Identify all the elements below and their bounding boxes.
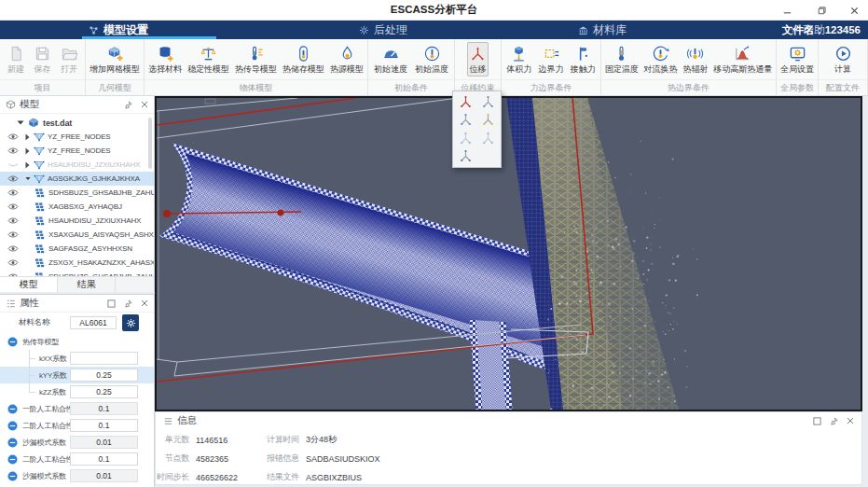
property-value-input[interactable]: 0.1 — [70, 419, 138, 432]
tree-item[interactable]: XSAXGAUS_AISYAQSH_ASHX — [0, 228, 154, 242]
eye-icon[interactable] — [7, 216, 19, 225]
toolbar-group-label: 热边界条件 — [601, 79, 777, 95]
property-value-input[interactable]: 0.01 — [70, 469, 138, 482]
pin-icon[interactable] — [124, 299, 132, 308]
toolbar-group-6: 固定温度对流换热热辐射移动高斯热通量 — [601, 39, 777, 79]
toolbar-button-new-file[interactable]: 新建 — [6, 42, 27, 77]
eye-icon[interactable] — [7, 174, 19, 183]
tree-item[interactable]: YZ_FREE_NODES — [0, 130, 154, 144]
eye-icon[interactable] — [7, 202, 19, 211]
pin-icon[interactable] — [124, 101, 132, 109]
caret-icon[interactable] — [25, 133, 31, 141]
toolbar-button-save[interactable]: 保存 — [32, 42, 53, 77]
toolbar-group-label: 几何模型 — [86, 79, 145, 95]
material-name-input[interactable]: AL6061 — [70, 316, 117, 329]
menu-tab-0[interactable]: 模型设置 — [82, 21, 216, 39]
toolbar-button-global-settings[interactable]: 全局设置 — [778, 42, 816, 77]
property-value-input[interactable]: 0.25 — [70, 385, 138, 398]
toolbar-button-contact-force[interactable]: 接触力 — [569, 42, 598, 77]
toolbar-button-material[interactable]: 选择材料 — [146, 42, 184, 77]
tripod-arrow-icon[interactable] — [459, 149, 473, 163]
tripod-light2-icon[interactable] — [481, 132, 495, 146]
minimize-button[interactable] — [780, 4, 793, 17]
boundary-force-icon — [543, 45, 560, 63]
close-panel-icon[interactable] — [141, 101, 148, 108]
tree-item[interactable]: HSAUHDISU_JZXIUXHAHX — [0, 158, 154, 172]
toolbar-button-add-mesh[interactable]: 增加网格模型 — [88, 42, 142, 77]
pin-icon[interactable] — [830, 417, 838, 425]
caret-icon[interactable] — [25, 147, 31, 155]
model-panel-icon — [6, 100, 16, 110]
toolbar-button-radiation[interactable]: 热辐射 — [681, 42, 710, 77]
tree-item[interactable]: AGSGKJKG_GJHKAJKHXA — [0, 172, 154, 186]
viewport-3d[interactable] — [155, 96, 862, 411]
tree-item[interactable]: ZSXGX_HSAKAZNZXK_AHASX — [0, 256, 154, 270]
tree-tab-0[interactable]: 模型 — [0, 277, 58, 292]
property-value-input[interactable]: 0.1 — [70, 452, 138, 466]
eye-icon[interactable] — [7, 188, 19, 197]
property-value-input[interactable]: 0.25 — [70, 369, 138, 382]
tree-item[interactable]: SDHSBUZS_GHSABJHB_ZAHU — [0, 186, 154, 200]
tree-tab-1[interactable]: 结果 — [58, 277, 116, 292]
eye-icon[interactable] — [7, 258, 19, 267]
toolbar-group-label: 物体模型 — [145, 79, 368, 95]
tree-item[interactable]: SAGFASGZ_ASYHHXSN — [0, 242, 154, 256]
tree-item[interactable]: HSAUHDISU_JZXIUXHAHX — [0, 214, 154, 228]
toolbar-button-displacement[interactable]: 位移 — [467, 42, 489, 77]
toolbar-group-7: 全局设置 — [777, 39, 819, 79]
body-force-icon — [510, 45, 528, 63]
property-value-input[interactable]: 0.1 — [70, 402, 138, 415]
toolbar-button-fixed-temp[interactable]: 固定温度 — [603, 42, 641, 77]
properties-panel-title: 属性 — [20, 297, 103, 310]
material-settings-button[interactable] — [122, 314, 139, 331]
toolbar-group-label: 全局参数 — [777, 79, 819, 95]
conduction-icon — [247, 45, 265, 63]
toolbar-button-stability[interactable]: 稳定性模型 — [186, 42, 231, 77]
toolbar-button-convection[interactable]: 对流换热 — [642, 42, 680, 77]
caret-icon[interactable] — [25, 161, 31, 169]
menu-tab-1[interactable]: 后处理 — [352, 21, 446, 39]
property-value-input[interactable] — [70, 352, 138, 365]
tree-item[interactable]: YZ_FREE_NODES — [0, 144, 154, 158]
caret-icon[interactable] — [25, 176, 31, 181]
toolbar-button-heat-source[interactable]: 热源模型 — [328, 42, 365, 77]
tree-item[interactable]: SDHSBUZS_GHSABJHB_ZAHU — [0, 270, 154, 276]
toolbar-button-compute[interactable]: 计算 — [833, 42, 854, 77]
compute-icon — [834, 45, 852, 63]
float-panel-icon[interactable] — [107, 299, 116, 308]
tripod-blue2-icon[interactable] — [459, 113, 473, 127]
tripod-mixed-icon[interactable] — [481, 113, 495, 127]
toolbar-button-conduction[interactable]: 热传导模型 — [233, 42, 279, 77]
menu-tab-2[interactable]: 材料库 — [572, 21, 665, 39]
property-row: kZZ系数0.25 — [0, 383, 154, 400]
toolbar-button-init-temp[interactable]: 初始温度 — [413, 42, 450, 77]
property-value-input[interactable]: 0.01 — [70, 436, 138, 449]
stability-icon — [200, 45, 217, 63]
eye-icon[interactable] — [7, 146, 19, 155]
eye-icon[interactable] — [7, 230, 19, 239]
eye-icon[interactable] — [7, 132, 19, 141]
toolbar-button-body-force[interactable]: 体积力 — [504, 42, 533, 77]
info-panel-title: 信息 — [177, 414, 809, 427]
toolbar-button-storage[interactable]: 热储存模型 — [281, 42, 326, 77]
toolbar-button-boundary-force[interactable]: 边界力 — [537, 42, 566, 77]
restore-button[interactable] — [814, 4, 827, 17]
toolbar-button-init-velocity[interactable]: 初始速度 — [372, 42, 409, 77]
tree-item[interactable]: XAGBSXG_AYHAQBJ — [0, 200, 154, 214]
tree-scrollbar[interactable] — [148, 116, 153, 274]
toolbar-button-gauss-flux[interactable]: 移动高斯热通量 — [711, 42, 774, 77]
toolbar-button-open[interactable]: 打开 — [59, 42, 80, 77]
tripod-light-icon[interactable] — [459, 132, 473, 146]
title-bar: ESCASS分析平台 — [0, 0, 868, 21]
close-panel-icon[interactable] — [847, 417, 854, 424]
eye-icon[interactable] — [7, 160, 19, 169]
eye-icon[interactable] — [7, 244, 19, 253]
close-panel-icon[interactable] — [141, 299, 148, 307]
tripod-red-icon[interactable] — [459, 95, 473, 109]
tripod-blue-icon[interactable] — [481, 95, 495, 109]
displacement-dropdown — [452, 90, 502, 168]
close-button[interactable] — [847, 4, 861, 17]
float-panel-icon[interactable] — [813, 417, 821, 425]
caret-down-icon[interactable] — [17, 120, 24, 125]
tree-item[interactable]: test.dat — [0, 116, 154, 130]
